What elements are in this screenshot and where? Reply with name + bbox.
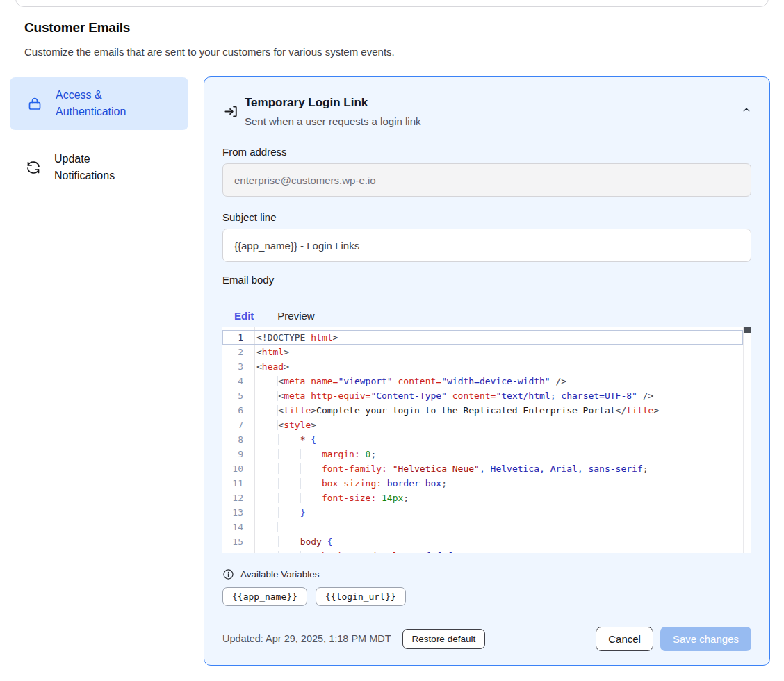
line-number: 5 <box>222 388 243 403</box>
line-number: 9 <box>222 447 243 461</box>
restore-default-button[interactable]: Restore default <box>402 629 486 649</box>
refresh-icon <box>25 159 42 176</box>
code-line: <head> <box>256 359 743 374</box>
code-line: <!DOCTYPE html> <box>256 330 743 345</box>
variable-chips: {{app_name}} {{login_url}} <box>222 587 406 606</box>
panel-footer: Updated: Apr 29, 2025, 1:18 PM MDT Resto… <box>222 625 751 653</box>
sidebar-item-access-authentication[interactable]: Access & Authentication <box>10 77 188 130</box>
previous-card-edge <box>15 0 769 7</box>
line-number: 1 <box>222 330 243 345</box>
line-number: 10 <box>222 461 243 476</box>
sidebar: Access & Authentication Update Notificat… <box>10 77 188 190</box>
collapse-button[interactable] <box>740 104 753 118</box>
line-number: 12 <box>222 491 243 505</box>
code-line: <html> <box>256 345 743 359</box>
subject-line-input[interactable]: {{app_name}} - Login Links <box>222 229 751 262</box>
chevron-up-icon <box>740 104 753 116</box>
code-line: <title>Complete your login to the Replic… <box>256 403 743 418</box>
line-number: 14 <box>222 520 243 534</box>
temporary-login-link-card: Temporary Login Link Sent when a user re… <box>204 76 770 666</box>
variable-chip-app-name[interactable]: {{app_name}} <box>222 587 307 606</box>
code-line: margin: 0; <box>256 447 743 461</box>
line-number: 11 <box>222 476 243 491</box>
panel-subtitle: Sent when a user requests a login link <box>245 115 420 127</box>
line-number: 6 <box>222 403 243 418</box>
code-line: box-sizing: border-box; <box>256 476 743 491</box>
line-number: 8 <box>222 432 243 447</box>
subject-line-label: Subject line <box>222 211 277 223</box>
tab-edit[interactable]: Edit <box>222 302 266 329</box>
tab-preview[interactable]: Preview <box>266 302 326 329</box>
available-variables-label: Available Variables <box>240 569 320 580</box>
save-changes-button[interactable]: Save changes <box>660 627 751 651</box>
lock-icon <box>26 95 43 112</box>
available-variables-row: Available Variables <box>222 568 320 580</box>
sidebar-item-update-notifications[interactable]: Update Notifications <box>10 145 188 190</box>
editor-scrollbar[interactable] <box>743 327 751 553</box>
scrollbar-thumb[interactable] <box>744 327 751 333</box>
editor-gutter: 12345678910111213141516 <box>222 327 255 553</box>
code-line: <meta http-equiv="Content-Type" content=… <box>256 388 743 403</box>
page-subtitle: Customize the emails that are sent to yo… <box>24 46 395 58</box>
email-body-label: Email body <box>222 274 274 286</box>
code-line: font-size: 14px; <box>256 491 743 505</box>
updated-timestamp: Updated: Apr 29, 2025, 1:18 PM MDT <box>222 633 391 644</box>
code-line: body { <box>256 534 743 549</box>
code-line <box>256 520 743 534</box>
code-line: <style> <box>256 418 743 432</box>
cancel-button[interactable]: Cancel <box>596 627 653 651</box>
sidebar-item-label: Update Notifications <box>54 151 145 184</box>
from-address-label: From address <box>222 146 287 158</box>
line-number: 3 <box>222 359 243 374</box>
code-line: } <box>256 505 743 520</box>
line-number: 15 <box>222 534 243 549</box>
panel-title: Temporary Login Link <box>245 96 368 110</box>
from-address-input[interactable]: enterprise@customers.wp-e.io <box>222 163 751 197</box>
editor-tabs: Edit Preview <box>222 302 751 330</box>
line-number: 4 <box>222 374 243 388</box>
code-line: background-color: #f8f8f8; <box>256 549 743 553</box>
line-number: 16 <box>222 549 243 553</box>
editor-code-area[interactable]: <!DOCTYPE html><html><head> <meta name="… <box>255 327 743 553</box>
code-line: <meta name="viewport" content="width=dev… <box>256 374 743 388</box>
code-editor[interactable]: 12345678910111213141516 <!DOCTYPE html><… <box>222 327 751 553</box>
code-line: font-family: "Helvetica Neue", Helvetica… <box>256 461 743 476</box>
variable-chip-login-url[interactable]: {{login_url}} <box>316 587 406 606</box>
line-number: 2 <box>222 345 243 359</box>
line-number: 7 <box>222 418 243 432</box>
login-icon <box>223 104 239 120</box>
info-icon <box>222 568 234 580</box>
page-title: Customer Emails <box>24 20 130 35</box>
code-line: * { <box>256 432 743 447</box>
line-number: 13 <box>222 505 243 520</box>
sidebar-item-label: Access & Authentication <box>56 87 146 120</box>
